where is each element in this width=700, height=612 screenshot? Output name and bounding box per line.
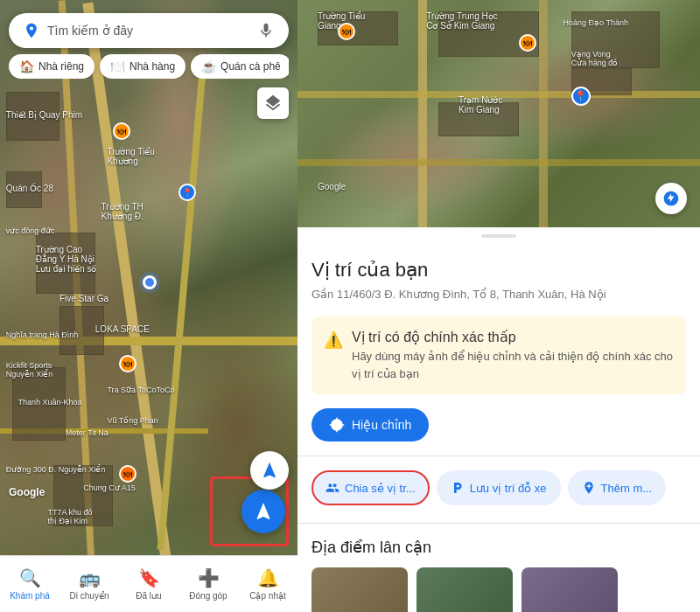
- right-marker-blue: 📍: [571, 87, 591, 106]
- map-label-vuc-dong: vực đông đức: [6, 226, 55, 235]
- nav-kham-pha[interactable]: 🔍 Khám phá: [0, 567, 60, 601]
- nav-cap-nhat[interactable]: 🔔 Cập nhật: [238, 567, 298, 601]
- pill-nha-rieng[interactable]: 🏠 Nhà riêng: [9, 54, 94, 79]
- home-icon: 🏠: [19, 59, 34, 73]
- compass-icon: [662, 190, 680, 207]
- nav-label-cap-nhat: Cập nhật: [249, 591, 285, 601]
- map-label-meter: Meter Tit Na: [66, 428, 108, 437]
- right-road-v2: [539, 0, 548, 227]
- map-label-chung-cu: Chung Cư A15: [83, 483, 136, 492]
- warning-title: Vị trí có độ chính xác thấp: [352, 329, 674, 345]
- nav-label-da-luu: Đã lưu: [136, 591, 161, 601]
- add-location-icon: [582, 481, 596, 495]
- warning-card: ⚠️ Vị trí có độ chính xác thấp Hãy dùng …: [312, 316, 686, 394]
- nearby-cards: [312, 567, 686, 612]
- map-label-truong-th: Trường THKhương Đ.: [102, 202, 144, 221]
- map-label-nghia-trang: Nghĩa trang Hà Đình: [6, 330, 79, 339]
- nav-label-dong-gop: Đóng góp: [189, 591, 227, 601]
- layers-icon: [263, 94, 283, 113]
- map-label-loka: LOKA SPACE: [95, 324, 150, 334]
- category-bar: 🏠 Nhà riêng 🍽️ Nhà hàng ☕ Quán cà phê ⛽ …: [9, 54, 289, 79]
- warning-body: Hãy dùng máy ảnh để hiệu chỉnh và cải th…: [352, 348, 674, 382]
- pill-label: Nhà riêng: [38, 60, 84, 73]
- pill-nha-hang[interactable]: 🍽️ Nhà hàng: [100, 54, 186, 79]
- search-placeholder: Tìm kiếm ở đây: [47, 24, 250, 38]
- warning-content: Vị trí có độ chính xác thấp Hãy dùng máy…: [352, 329, 674, 382]
- marker-food-2[interactable]: 🍽: [119, 355, 136, 372]
- map-label-quan-oc: Quán Ốc 28: [6, 184, 53, 193]
- right-label-vang-vong: Vạng VongCửa hàng đồ: [571, 50, 619, 67]
- info-panel: Vị trí của bạn Gần 11/460/3 Đ. Khương Đì…: [298, 241, 700, 612]
- nav-label-kham-pha: Khám phá: [10, 591, 50, 601]
- nearby-card-3[interactable]: [522, 567, 618, 612]
- action-buttons-row: Chia sẻ vị tr... Lưu vị trí đỗ xe Thêm m…: [312, 470, 686, 505]
- map-label-tt7a: TT7A khu đôthị Đại Kim: [47, 508, 92, 525]
- map-label-five-star: Five Star Ga: [60, 294, 108, 303]
- contribute-icon: ➕: [198, 567, 220, 588]
- microphone-icon[interactable]: [257, 22, 275, 39]
- pill-label: Nhà hàng: [130, 60, 175, 73]
- share-location-icon: [326, 481, 340, 495]
- road-diagonal: [158, 62, 207, 551]
- search-bar[interactable]: Tìm kiếm ở đây: [9, 13, 289, 48]
- map-label-thiet-bi: Thiết Bị Quay Phim: [6, 110, 82, 120]
- updates-icon: 🔔: [257, 567, 279, 588]
- right-label-google: Google: [318, 182, 346, 191]
- right-road-h2: [298, 159, 700, 166]
- direction-button[interactable]: [242, 490, 285, 533]
- nav-da-luu[interactable]: 🔖 Đã lưu: [119, 567, 178, 601]
- right-marker-food-1: 🍽: [338, 23, 355, 40]
- marker-blue-1[interactable]: 📍: [178, 184, 196, 201]
- navigation-icon: [260, 461, 279, 480]
- map-label-thanh-xuan: Thanh Xuân-Khoa: [18, 398, 81, 407]
- saved-icon: 🔖: [138, 567, 160, 588]
- share-location-label: Chia sẻ vị tr...: [345, 482, 416, 495]
- map-label-nguyen-xien: Đường 300 Đ. Nguyễn Xiển: [6, 465, 106, 474]
- parking-icon: [451, 481, 465, 495]
- nearby-card-1[interactable]: [312, 567, 408, 612]
- calibrate-label: Hiệu chỉnh: [352, 418, 411, 432]
- pill-label: Quán cà phê: [220, 60, 281, 73]
- nav-dong-gop[interactable]: ➕ Đóng góp: [178, 567, 238, 601]
- divider-2: [298, 523, 700, 524]
- coffee-icon: ☕: [201, 59, 216, 73]
- layers-button[interactable]: [257, 87, 289, 119]
- right-panel: Trường TiểuGiang Trường Trung HọcCơ Sở K…: [298, 0, 700, 612]
- map-satellite: Thiết Bị Quay Phim Quán Ốc 28 Trường Tiể…: [0, 0, 298, 612]
- add-nearby-button[interactable]: Thêm m...: [568, 470, 667, 505]
- calibrate-button[interactable]: Hiệu chỉnh: [312, 408, 429, 442]
- map-label-vu-tong: Vũ Tống Phan: [107, 416, 158, 425]
- navigation-button[interactable]: [250, 451, 289, 490]
- right-map: Trường TiểuGiang Trường Trung HọcCơ Sở K…: [298, 0, 700, 227]
- drag-handle: [481, 234, 516, 238]
- marker-food-3[interactable]: 🍽: [119, 465, 136, 483]
- nav-di-chuyen[interactable]: 🚌 Di chuyển: [60, 567, 119, 601]
- location-title: Vị trí của bạn: [312, 259, 686, 282]
- save-parking-button[interactable]: Lưu vị trí đỗ xe: [437, 470, 561, 505]
- nearby-title: Địa điểm lân cận: [312, 538, 686, 557]
- right-marker-food-2: 🍽: [519, 34, 536, 52]
- right-label-trung-hoc: Trường Trung HọcCơ Sở Kim Giang: [426, 11, 498, 31]
- map-label-kickfit: Kickfit SportsNguyễn Xiển: [6, 361, 53, 379]
- drag-handle-container: [298, 227, 700, 241]
- google-maps-logo: [23, 22, 40, 39]
- map-label-cao-dang: Trường CaoĐẳng Y Hà NộiLưu đại hiến số: [36, 245, 97, 274]
- save-parking-label: Lưu vị trí đỗ xe: [470, 482, 547, 495]
- restaurant-icon: 🍽️: [110, 59, 125, 73]
- pill-quan-ca-phe[interactable]: ☕ Quán cà phê: [191, 54, 289, 79]
- nearby-card-2[interactable]: [416, 567, 513, 612]
- bottom-navigation: 🔍 Khám phá 🚌 Di chuyển 🔖 Đã lưu ➕ Đóng g…: [0, 555, 298, 612]
- google-logo-map: Google: [9, 486, 45, 498]
- transit-icon: 🚌: [79, 567, 101, 588]
- calibrate-icon: [329, 417, 345, 433]
- marker-food-1[interactable]: 🍽: [113, 122, 130, 140]
- add-nearby-label: Thêm m...: [601, 482, 653, 495]
- map-panel[interactable]: Thiết Bị Quay Phim Quán Ốc 28 Trường Tiể…: [0, 0, 298, 612]
- share-location-button[interactable]: Chia sẻ vị tr...: [312, 470, 430, 505]
- warning-icon: ⚠️: [324, 330, 343, 350]
- explore-icon: 🔍: [19, 567, 41, 588]
- divider-1: [298, 456, 700, 456]
- map-label-truong-tieu: Trường TiểuKhương: [107, 147, 154, 166]
- compass-button[interactable]: [655, 183, 687, 214]
- nav-label-di-chuyen: Di chuyển: [70, 591, 109, 601]
